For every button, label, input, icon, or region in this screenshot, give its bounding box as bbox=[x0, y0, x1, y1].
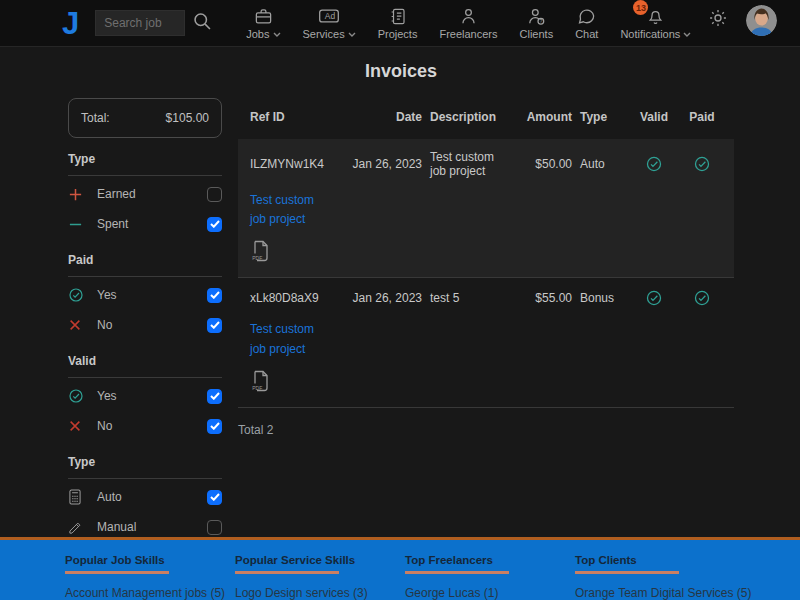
footer-title-underline bbox=[405, 571, 509, 574]
valid-check-circle-icon bbox=[634, 155, 674, 173]
nav-item-clients[interactable]: ? Clients bbox=[520, 6, 554, 40]
total-value: $105.00 bbox=[166, 111, 209, 125]
cell-date: Jan 26, 2023 bbox=[344, 157, 422, 171]
divider bbox=[68, 478, 222, 479]
footer-column-title: Popular Job Skills bbox=[65, 554, 235, 566]
results-total-count: Total 2 bbox=[238, 423, 734, 437]
footer-link[interactable]: Account Management jobs (5) bbox=[65, 586, 235, 600]
filter-item-manual: Manual bbox=[68, 512, 222, 542]
footer-link[interactable]: Logo Design services (3) bbox=[235, 586, 405, 600]
footer-column-title: Top Freelancers bbox=[405, 554, 575, 566]
cell-ref-id: xLk80D8aX9 bbox=[250, 291, 336, 305]
cell-description: Test custom job project bbox=[430, 150, 498, 178]
chat-bubble-icon bbox=[577, 6, 596, 26]
filter-group-type-auto-manual: Type Auto bbox=[68, 455, 222, 542]
svg-text:PDF: PDF bbox=[252, 385, 262, 391]
chevron-down-icon bbox=[348, 28, 356, 40]
pdf-file-icon: PDF bbox=[250, 370, 270, 395]
svg-text:?: ? bbox=[539, 18, 542, 24]
total-label: Total: bbox=[81, 111, 110, 125]
column-header-valid: Valid bbox=[634, 110, 674, 124]
briefcase-icon bbox=[254, 6, 273, 26]
nav-item-services[interactable]: Ad Services bbox=[303, 6, 356, 40]
cell-amount: $55.00 bbox=[506, 291, 572, 305]
plus-icon bbox=[68, 187, 85, 202]
checkbox-valid-yes[interactable] bbox=[207, 389, 222, 404]
nav-item-freelancers[interactable]: Freelancers bbox=[439, 6, 497, 40]
column-header-type: Type bbox=[580, 110, 626, 124]
search-button[interactable] bbox=[192, 11, 213, 35]
filter-label: Spent bbox=[97, 217, 128, 231]
nav-item-notifications[interactable]: 13 Notifications bbox=[620, 6, 691, 40]
column-header-paid: Paid bbox=[682, 110, 722, 124]
nav-label-notifications: Notifications bbox=[620, 28, 680, 40]
chevron-down-icon bbox=[683, 28, 691, 40]
filter-group-type-earned-spent: Type Earned Spent bbox=[68, 152, 222, 239]
nav-item-jobs[interactable]: Jobs bbox=[246, 6, 280, 40]
cell-ref-id: ILZMYNw1K4 bbox=[250, 157, 336, 171]
divider bbox=[68, 175, 222, 176]
filter-label: Auto bbox=[97, 490, 122, 504]
table-row[interactable]: xLk80D8aX9 Jan 26, 2023 test 5 $55.00 Bo… bbox=[238, 277, 734, 406]
filter-item-paid-yes: Yes bbox=[68, 280, 222, 310]
filter-item-auto: Auto bbox=[68, 482, 222, 512]
download-invoice-pdf-button[interactable]: PDF bbox=[250, 240, 270, 265]
filter-label: No bbox=[97, 419, 112, 433]
total-summary-box: Total: $105.00 bbox=[68, 98, 222, 138]
filter-item-spent: Spent bbox=[68, 209, 222, 239]
search-icon bbox=[192, 11, 213, 35]
paid-check-circle-icon bbox=[682, 155, 722, 173]
calculator-icon bbox=[68, 489, 85, 505]
nav-label-chat: Chat bbox=[575, 28, 598, 40]
x-mark-icon bbox=[68, 419, 85, 433]
pencil-icon bbox=[68, 520, 85, 535]
cell-description: test 5 bbox=[430, 291, 498, 305]
filter-group-title: Valid bbox=[68, 354, 222, 368]
footer-column-title: Popular Service Skills bbox=[235, 554, 405, 566]
checkbox-paid-no[interactable] bbox=[207, 318, 222, 333]
nav-item-chat[interactable]: Chat bbox=[575, 6, 598, 40]
filter-item-valid-yes: Yes bbox=[68, 381, 222, 411]
footer-column-popular-job-skills: Popular Job Skills Account Management jo… bbox=[65, 554, 235, 600]
checkbox-valid-no[interactable] bbox=[207, 419, 222, 434]
nav-label-services: Services bbox=[303, 28, 345, 40]
check-circle-icon bbox=[68, 388, 85, 404]
svg-text:Ad: Ad bbox=[325, 11, 336, 21]
sun-icon bbox=[708, 8, 728, 31]
footer-column-popular-service-skills: Popular Service Skills Logo Design servi… bbox=[235, 554, 405, 600]
nav-label-freelancers: Freelancers bbox=[439, 28, 497, 40]
footer-link[interactable]: Orange Team Digital Services (5) bbox=[575, 586, 745, 600]
job-project-link[interactable]: Test custom job project bbox=[250, 191, 330, 229]
search-input[interactable] bbox=[95, 10, 185, 36]
cell-type: Bonus bbox=[580, 291, 626, 305]
column-header-amount: Amount bbox=[506, 110, 572, 124]
table-header-row: Ref ID Date Description Amount Type Vali… bbox=[238, 98, 734, 139]
page-footer: Popular Job Skills Account Management jo… bbox=[0, 537, 800, 600]
chevron-down-icon bbox=[273, 28, 281, 40]
page-title: Invoices bbox=[68, 61, 734, 82]
footer-link[interactable]: George Lucas (1) bbox=[405, 586, 575, 600]
checkbox-earned[interactable] bbox=[207, 187, 222, 202]
filter-label: Yes bbox=[97, 389, 117, 403]
filter-label: Earned bbox=[97, 187, 136, 201]
theme-toggle-button[interactable] bbox=[708, 8, 728, 31]
checkbox-auto[interactable] bbox=[207, 490, 222, 505]
table-row[interactable]: ILZMYNw1K4 Jan 26, 2023 Test custom job … bbox=[238, 139, 734, 277]
download-invoice-pdf-button[interactable]: PDF bbox=[250, 370, 270, 395]
nav-label-jobs: Jobs bbox=[246, 28, 269, 40]
column-header-date: Date bbox=[344, 110, 422, 124]
footer-column-title: Top Clients bbox=[575, 554, 745, 566]
pdf-file-icon: PDF bbox=[250, 240, 270, 265]
divider bbox=[68, 377, 222, 378]
checkbox-paid-yes[interactable] bbox=[207, 288, 222, 303]
checkbox-manual[interactable] bbox=[207, 520, 222, 535]
paid-check-circle-icon bbox=[682, 289, 722, 307]
checkbox-spent[interactable] bbox=[207, 217, 222, 232]
valid-check-circle-icon bbox=[634, 289, 674, 307]
user-avatar[interactable] bbox=[746, 5, 777, 36]
top-navbar: J Jobs bbox=[0, 0, 800, 47]
app-logo[interactable]: J bbox=[62, 8, 79, 39]
nav-item-projects[interactable]: Projects bbox=[378, 6, 418, 40]
nav-label-clients: Clients bbox=[520, 28, 554, 40]
job-project-link[interactable]: Test custom job project bbox=[250, 320, 330, 358]
